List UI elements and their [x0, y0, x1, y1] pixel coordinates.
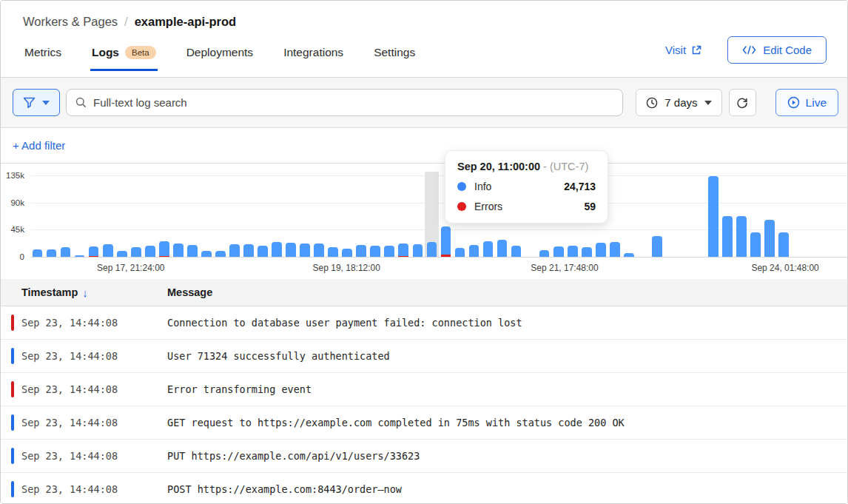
info-bar-segment — [145, 246, 155, 257]
chart-bar-slot[interactable] — [284, 175, 298, 257]
chart-bar-slot[interactable] — [227, 175, 241, 257]
error-bar-segment — [398, 256, 408, 257]
chart-bar-slot[interactable] — [199, 175, 213, 257]
chart-bar-slot[interactable] — [129, 175, 143, 257]
chart-bar-slot[interactable] — [312, 175, 326, 257]
live-button[interactable]: Live — [775, 89, 838, 116]
chart-bar-slot[interactable] — [87, 175, 101, 257]
info-bar-segment — [483, 241, 494, 257]
log-message: POST https://example.com:8443/order–now — [167, 483, 847, 495]
search-input[interactable] — [93, 96, 613, 109]
chart-bar-slot[interactable] — [819, 175, 833, 257]
log-table-body: Sep 23, 14:44:08Connection to database u… — [1, 306, 847, 504]
chart-bar-slot[interactable] — [213, 175, 227, 257]
stacked-bar — [47, 249, 57, 257]
breadcrumb-current: example-api-prod — [135, 15, 237, 29]
chart-bar-slot[interactable] — [44, 175, 58, 257]
error-level-indicator — [11, 315, 14, 331]
info-bar-segment — [215, 251, 226, 257]
chart-bar-slot[interactable] — [397, 175, 411, 257]
chart-bar-slot[interactable] — [721, 175, 735, 257]
info-bar-segment — [75, 255, 85, 257]
log-table-row[interactable]: Sep 23, 14:44:08Error transforming event — [1, 373, 847, 406]
chart-bar-slot[interactable] — [622, 175, 636, 257]
add-filter-link[interactable]: + Add filter — [13, 139, 65, 152]
info-bar-segment — [624, 253, 634, 257]
log-message: GET request to https://example.com compl… — [167, 417, 847, 429]
chart-bar-slot[interactable] — [369, 175, 383, 257]
edit-code-button[interactable]: Edit Code — [727, 36, 827, 64]
info-bar-segment — [103, 244, 113, 257]
tab-settings[interactable]: Settings — [372, 38, 417, 71]
chart-bar-slot[interactable] — [664, 175, 678, 257]
sort-desc-icon[interactable]: ↓ — [82, 286, 88, 299]
chart-bar-slot[interactable] — [411, 175, 425, 257]
chart-bar-slot[interactable] — [383, 175, 397, 257]
chart-bar-slot[interactable] — [805, 175, 819, 257]
info-bar-segment — [286, 243, 296, 257]
chart-bar-slot[interactable] — [101, 175, 115, 257]
tabs: MetricsLogsBetaDeploymentsIntegrationsSe… — [23, 38, 417, 71]
log-table-row[interactable]: Sep 23, 14:44:08POST https://example.com… — [1, 473, 847, 504]
log-table-row[interactable]: Sep 23, 14:44:08GET request to https://e… — [1, 406, 847, 440]
chart-bar-slot[interactable] — [143, 175, 157, 257]
header-actions: Visit Edit Code — [665, 36, 827, 71]
chart-bar-slot[interactable] — [326, 175, 340, 257]
chart-bar-slot[interactable] — [354, 175, 369, 257]
column-header-timestamp[interactable]: Timestamp ↓ — [1, 286, 167, 299]
chart-bar-slot[interactable] — [157, 175, 171, 257]
chart-plot-area[interactable]: 135k90k45k0Sep 17, 21:24:00Sep 19, 18:12… — [30, 175, 847, 257]
chart-bar-slot[interactable] — [650, 175, 664, 257]
info-bar-segment — [469, 245, 479, 257]
chart-tooltip: Sep 20, 11:00:00 - (UTC-7) Info24,713Err… — [445, 150, 608, 224]
tab-integrations[interactable]: Integrations — [282, 38, 345, 71]
chart-bar-slot[interactable] — [185, 175, 199, 257]
chart-bar-slot[interactable] — [749, 175, 763, 257]
chart-bar-slot[interactable] — [270, 175, 284, 257]
chart-bar-slot[interactable] — [763, 175, 777, 257]
tab-label: Deployments — [186, 46, 253, 59]
log-table-row[interactable]: Sep 23, 14:44:08PUT https://example.com/… — [1, 440, 847, 473]
chart-bar-slot[interactable] — [171, 175, 185, 257]
chart-bar-slot[interactable] — [777, 175, 791, 257]
stacked-bar — [103, 244, 113, 257]
chart-bar-slot[interactable] — [608, 175, 622, 257]
beta-badge: Beta — [125, 46, 156, 59]
info-bar-segment — [511, 246, 522, 257]
tab-deployments[interactable]: Deployments — [185, 38, 255, 71]
filter-dropdown-button[interactable] — [13, 89, 60, 116]
chart-bar-slot[interactable] — [58, 175, 73, 257]
error-level-indicator — [11, 381, 14, 397]
breadcrumb-root[interactable]: Workers & Pages — [23, 15, 118, 29]
log-message: User 71324 successfully authenticated — [167, 350, 847, 362]
stacked-bar — [568, 246, 578, 257]
tab-logs[interactable]: LogsBeta — [90, 38, 158, 71]
chart-bar-slot[interactable] — [678, 175, 692, 257]
chart-bar-slot[interactable] — [692, 175, 706, 257]
stacked-bar — [483, 241, 494, 257]
stacked-bar — [33, 249, 43, 257]
stacked-bar — [117, 251, 127, 257]
log-table-row[interactable]: Sep 23, 14:44:08Connection to database u… — [1, 306, 847, 340]
stacked-bar — [314, 243, 324, 257]
chart-bar-slot[interactable] — [833, 175, 847, 257]
x-axis-tick: Sep 21, 17:48:00 — [531, 263, 598, 273]
chart-bar-slot[interactable] — [425, 175, 439, 257]
chart-bar-slot[interactable] — [636, 175, 650, 257]
chart-bar-slot[interactable] — [256, 175, 270, 257]
stacked-bar — [610, 242, 620, 257]
chart-bar-slot[interactable] — [298, 175, 312, 257]
chart-bar-slot[interactable] — [73, 175, 87, 257]
chart-bar-slot[interactable] — [791, 175, 805, 257]
tab-metrics[interactable]: Metrics — [23, 38, 63, 71]
chart-bar-slot[interactable] — [30, 175, 44, 257]
chart-bar-slot[interactable] — [735, 175, 749, 257]
chart-bar-slot[interactable] — [241, 175, 255, 257]
visit-link[interactable]: Visit — [665, 44, 702, 56]
log-table-row[interactable]: Sep 23, 14:44:08User 71324 successfully … — [1, 340, 847, 373]
time-range-button[interactable]: 7 days — [636, 89, 721, 116]
chart-bar-slot[interactable] — [707, 175, 721, 257]
chart-bar-slot[interactable] — [340, 175, 354, 257]
chart-bar-slot[interactable] — [115, 175, 129, 257]
refresh-button[interactable] — [729, 89, 756, 116]
